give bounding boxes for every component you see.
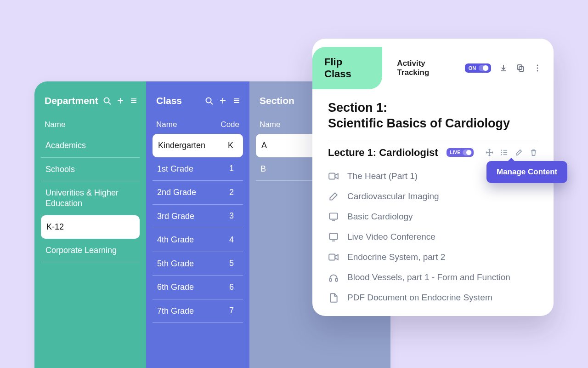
class-column: Class Name Code KindergartenK1st Grade12… bbox=[146, 81, 249, 368]
list-item[interactable]: 6th Grade6 bbox=[153, 276, 243, 299]
activity-tracking-toggle[interactable]: ON bbox=[465, 63, 492, 73]
live-toggle[interactable]: LIVE bbox=[447, 148, 474, 157]
content-item[interactable]: Blood Vessels, part 1 - Form and Functio… bbox=[328, 272, 538, 283]
department-header: Department bbox=[34, 81, 146, 115]
name-header: Name bbox=[45, 120, 136, 129]
content-label: PDF Document on Endocrine System bbox=[347, 293, 492, 303]
toggle-on-label: ON bbox=[469, 65, 476, 71]
more-icon[interactable] bbox=[533, 63, 543, 73]
menu-icon[interactable] bbox=[129, 96, 138, 105]
content-label: Blood Vessels, part 1 - Form and Functio… bbox=[347, 272, 510, 282]
add-icon[interactable] bbox=[116, 96, 124, 105]
list-item[interactable]: Schools bbox=[41, 158, 140, 182]
list-item[interactable]: Academics bbox=[41, 134, 140, 158]
edit-icon bbox=[328, 191, 339, 202]
search-icon[interactable] bbox=[103, 96, 112, 105]
content-item[interactable]: Live Video Conference bbox=[328, 231, 538, 242]
class-subheader: Name Code bbox=[146, 115, 249, 134]
lecture-title: Lecture 1: Cardiologist bbox=[328, 147, 438, 159]
content-item[interactable]: Endocrine System, part 2 bbox=[328, 252, 538, 263]
list-item[interactable]: 2nd Grade2 bbox=[153, 181, 243, 205]
delete-icon[interactable] bbox=[529, 148, 538, 157]
class-header: Class bbox=[146, 81, 249, 115]
download-icon[interactable] bbox=[498, 63, 508, 73]
list-item[interactable]: 5th Grade5 bbox=[153, 252, 243, 276]
list-item[interactable]: K-12 bbox=[41, 215, 140, 239]
search-icon[interactable] bbox=[204, 96, 214, 105]
content-label: Live Video Conference bbox=[347, 232, 435, 242]
audio-icon bbox=[328, 272, 339, 283]
department-list: AcademicsSchoolsUniverities & Higher Edu… bbox=[34, 134, 146, 262]
menu-icon[interactable] bbox=[232, 96, 241, 105]
department-column: Department Name AcademicsSchoolsUniverit… bbox=[34, 81, 146, 368]
flip-class-tab[interactable]: Flip Class bbox=[312, 47, 382, 89]
manage-content-tooltip: Manage Content bbox=[486, 161, 567, 183]
code-header: Code bbox=[220, 120, 239, 129]
class-list: KindergartenK1st Grade12nd Grade23rd Gra… bbox=[146, 134, 249, 323]
section-title: Section 1: Scientific Basics of Cardiolo… bbox=[328, 100, 538, 132]
video-icon bbox=[328, 252, 339, 263]
content-label: Endocrine System, part 2 bbox=[347, 252, 445, 262]
content-list: The Heart (Part 1)Cardiovascular Imaging… bbox=[328, 171, 538, 303]
activity-tracking-label: Activity Tracking bbox=[397, 59, 457, 77]
add-icon[interactable] bbox=[218, 96, 227, 105]
class-title: Class bbox=[156, 95, 200, 106]
file-icon bbox=[328, 292, 339, 303]
content-item[interactable]: PDF Document on Endocrine System bbox=[328, 292, 538, 303]
lecture-row: Lecture 1: Cardiologist LIVE Manage Cont… bbox=[328, 147, 538, 159]
list-item[interactable]: 7th Grade7 bbox=[153, 299, 243, 323]
list-item[interactable]: KindergartenK bbox=[153, 134, 243, 157]
list-item[interactable]: 4th Grade4 bbox=[153, 228, 243, 252]
content-item[interactable]: Basic Cardiology bbox=[328, 211, 538, 222]
list-item[interactable]: 3rd Grade3 bbox=[153, 205, 243, 229]
list-item[interactable]: 1st Grade1 bbox=[153, 157, 243, 181]
content-label: Basic Cardiology bbox=[347, 212, 413, 222]
lecture-actions: Manage Content bbox=[485, 148, 538, 157]
content-label: Cardiovascular Imaging bbox=[347, 191, 439, 201]
content-label: The Heart (Part 1) bbox=[347, 171, 418, 181]
department-title: Department bbox=[45, 95, 98, 106]
flip-class-card: Flip Class Activity Tracking ON Section … bbox=[312, 39, 554, 316]
content-item[interactable]: Cardiovascular Imaging bbox=[328, 191, 538, 202]
screen-icon bbox=[328, 211, 339, 222]
list-icon[interactable] bbox=[499, 148, 509, 157]
move-icon[interactable] bbox=[485, 148, 494, 157]
video-icon bbox=[328, 171, 339, 182]
divider bbox=[328, 140, 538, 140]
flip-card-header: Flip Class Activity Tracking ON bbox=[312, 39, 554, 94]
edit-icon[interactable] bbox=[514, 148, 523, 157]
live-label: LIVE bbox=[450, 150, 460, 155]
name-header: Name bbox=[156, 120, 220, 129]
copy-icon[interactable] bbox=[516, 63, 526, 73]
department-subheader: Name bbox=[34, 115, 146, 134]
list-item[interactable]: Univerities & Higher Education bbox=[41, 181, 140, 215]
list-item[interactable]: Corporate Learning bbox=[41, 239, 140, 263]
screen-icon bbox=[328, 231, 339, 242]
